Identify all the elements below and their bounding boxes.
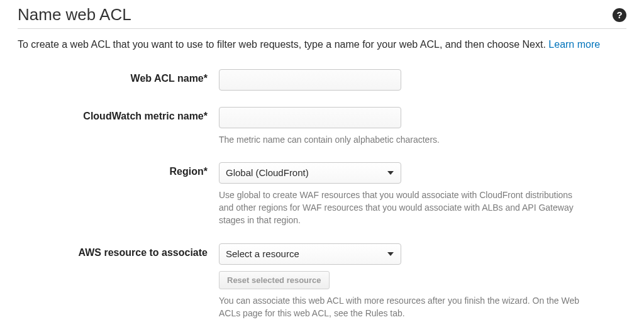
region-select[interactable]: Global (CloudFront) bbox=[219, 162, 401, 184]
page-title: Name web ACL bbox=[18, 5, 131, 25]
row-region: Region* Global (CloudFront) Use global t… bbox=[18, 162, 626, 227]
label-web-acl-name: Web ACL name* bbox=[18, 69, 219, 84]
label-region: Region* bbox=[18, 162, 219, 177]
row-cloudwatch-metric-name: CloudWatch metric name* The metric name … bbox=[18, 107, 626, 146]
cloudwatch-metric-helper: The metric name can contain only alphabe… bbox=[219, 133, 584, 146]
help-icon[interactable]: ? bbox=[613, 8, 626, 22]
row-resource-associate: AWS resource to associate Select a resou… bbox=[18, 243, 626, 320]
label-resource-associate: AWS resource to associate bbox=[18, 243, 219, 258]
learn-more-link[interactable]: Learn more bbox=[548, 39, 600, 50]
reset-selected-resource-button[interactable]: Reset selected resource bbox=[219, 271, 330, 289]
intro-text: To create a web ACL that you want to use… bbox=[18, 38, 626, 52]
resource-associate-helper: You can associate this web ACL with more… bbox=[219, 294, 584, 320]
reset-resource-wrapper: Reset selected resource bbox=[219, 265, 609, 289]
field-resource-associate: Select a resource Reset selected resourc… bbox=[219, 243, 609, 320]
field-web-acl-name bbox=[219, 69, 609, 91]
resource-select-wrapper: Select a resource bbox=[219, 243, 401, 265]
web-acl-name-input[interactable] bbox=[219, 69, 401, 91]
intro-text-span: To create a web ACL that you want to use… bbox=[18, 39, 546, 50]
cloudwatch-metric-name-input[interactable] bbox=[219, 107, 401, 128]
name-web-acl-page: Name web ACL ? To create a web ACL that … bbox=[0, 0, 644, 327]
label-cloudwatch-metric-name: CloudWatch metric name* bbox=[18, 107, 219, 122]
field-cloudwatch-metric-name: The metric name can contain only alphabe… bbox=[219, 107, 609, 146]
resource-select[interactable]: Select a resource bbox=[219, 243, 401, 265]
page-header: Name web ACL ? bbox=[18, 5, 626, 29]
region-select-wrapper: Global (CloudFront) bbox=[219, 162, 401, 184]
row-web-acl-name: Web ACL name* bbox=[18, 69, 626, 91]
field-region: Global (CloudFront) Use global to create… bbox=[219, 162, 609, 227]
region-helper: Use global to create WAF resources that … bbox=[219, 189, 584, 227]
